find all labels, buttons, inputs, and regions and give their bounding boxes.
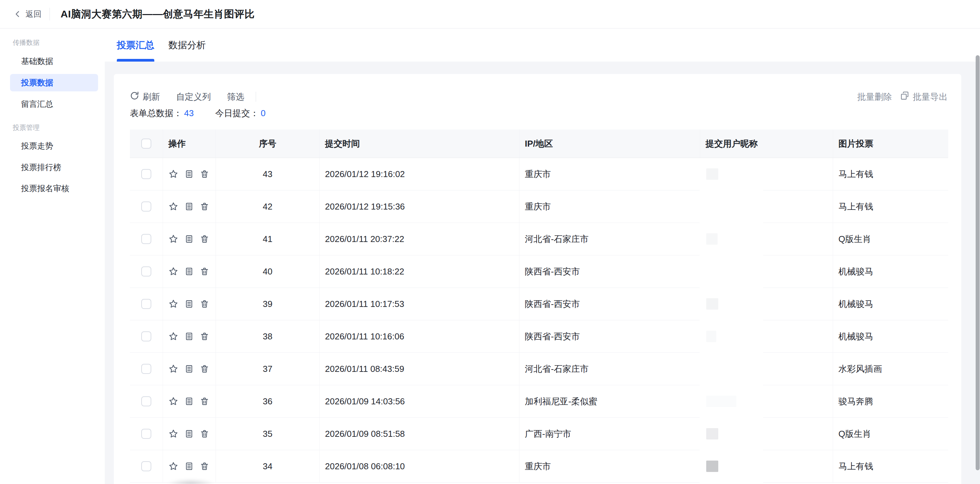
col-header-ip: IP/地区 <box>519 129 700 158</box>
trash-icon[interactable] <box>200 234 209 244</box>
header-divider <box>49 8 50 21</box>
row-ip: 陕西省-西安市 <box>519 288 700 320</box>
batch-export-label: 批量导出 <box>913 91 948 103</box>
row-checkbox[interactable] <box>141 202 151 212</box>
trash-icon[interactable] <box>200 429 209 438</box>
star-icon[interactable] <box>169 169 178 179</box>
row-vote: 水彩风插画 <box>833 353 948 385</box>
trash-icon[interactable] <box>200 332 209 341</box>
star-icon[interactable] <box>169 202 178 212</box>
trash-icon[interactable] <box>200 299 209 309</box>
tab-bar: 投票汇总 数据分析 <box>105 29 980 62</box>
trash-icon[interactable] <box>200 202 209 211</box>
redacted-nickname <box>706 331 716 342</box>
row-checkbox[interactable] <box>141 169 151 179</box>
row-checkbox[interactable] <box>141 331 151 341</box>
sidebar-item-vote-ranking[interactable]: 投票排行榜 <box>10 159 98 176</box>
stats-row: 表单总数据： 43 今日提交： 0 <box>130 107 266 119</box>
row-ip: 陕西省-西安市 <box>519 255 700 288</box>
row-seq: 42 <box>216 191 320 223</box>
row-checkbox[interactable] <box>141 396 151 406</box>
top-header: 返回 AI脑洞大赛第六期——创意马年生肖图评比 <box>0 0 980 29</box>
col-header-vote: 图片投票 <box>833 129 948 158</box>
row-actions-cell <box>163 418 216 450</box>
detail-document-icon[interactable] <box>185 202 194 211</box>
redacted-nickname <box>706 428 718 439</box>
active-tab-indicator <box>117 59 154 62</box>
table-row: 41 2026/01/11 20:37:22 河北省-石家庄市 Q版生肖 <box>130 223 948 255</box>
refresh-label: 刷新 <box>143 91 160 103</box>
detail-document-icon[interactable] <box>185 429 194 438</box>
row-actions-cell <box>163 255 216 288</box>
batch-delete-button[interactable]: 批量删除 <box>857 91 892 103</box>
row-checkbox[interactable] <box>141 299 151 309</box>
sidebar-item-message-summary[interactable]: 留言汇总 <box>10 96 98 113</box>
main-content: 投票汇总 数据分析 刷新 自定义列 筛选 <box>105 29 980 484</box>
total-value: 43 <box>184 108 194 118</box>
detail-document-icon[interactable] <box>185 234 194 244</box>
table-header-row: 操作 序号 提交时间 IP/地区 提交用户昵称 图片投票 <box>130 129 948 158</box>
row-vote: 机械骏马 <box>833 320 948 352</box>
star-icon[interactable] <box>169 461 178 471</box>
batch-export-button[interactable]: 批量导出 <box>900 91 948 103</box>
tab-vote-summary[interactable]: 投票汇总 <box>117 29 154 62</box>
back-button[interactable]: 返回 <box>13 0 41 28</box>
detail-document-icon[interactable] <box>185 169 194 179</box>
row-seq: 36 <box>216 385 320 417</box>
star-icon[interactable] <box>169 234 178 244</box>
refresh-button[interactable]: 刷新 <box>130 91 160 103</box>
row-checkbox[interactable] <box>141 234 151 244</box>
filter-button[interactable]: 筛选 <box>227 91 244 103</box>
detail-document-icon[interactable] <box>185 462 194 471</box>
sidebar-item-basic-data[interactable]: 基础数据 <box>10 53 98 70</box>
detail-document-icon[interactable] <box>185 332 194 341</box>
vertical-scrollbar-thumb[interactable] <box>976 55 980 470</box>
trash-icon[interactable] <box>200 396 209 406</box>
star-icon[interactable] <box>169 299 178 309</box>
row-checkbox-cell <box>130 288 163 320</box>
row-checkbox-cell <box>130 191 163 223</box>
detail-document-icon[interactable] <box>185 267 194 276</box>
detail-document-icon[interactable] <box>185 396 194 406</box>
star-icon[interactable] <box>169 266 178 277</box>
detail-document-icon[interactable] <box>185 299 194 309</box>
row-checkbox[interactable] <box>141 364 151 374</box>
trash-icon[interactable] <box>200 169 209 179</box>
trash-icon[interactable] <box>200 364 209 374</box>
row-actions-cell <box>163 385 216 417</box>
row-checkbox-cell <box>130 385 163 417</box>
sidebar-item-vote-signup-review[interactable]: 投票报名审核 <box>10 180 98 197</box>
row-checkbox[interactable] <box>141 266 151 277</box>
row-seq: 39 <box>216 288 320 320</box>
trash-icon[interactable] <box>200 462 209 471</box>
customize-columns-button[interactable]: 自定义列 <box>176 91 211 103</box>
star-icon[interactable] <box>169 364 178 374</box>
star-icon[interactable] <box>169 429 178 439</box>
sidebar-item-vote-trend[interactable]: 投票走势 <box>10 137 98 154</box>
col-header-ops: 操作 <box>163 129 216 158</box>
row-vote: Q版生肖 <box>833 418 948 450</box>
row-ip: 广西-南宁市 <box>519 418 700 450</box>
star-icon[interactable] <box>169 396 178 406</box>
row-actions-cell <box>163 353 216 385</box>
row-time: 2026/01/08 06:08:10 <box>320 450 519 482</box>
horizontal-scroll-shadow <box>167 479 214 484</box>
sidebar-section-vote-management: 投票管理 <box>13 123 40 132</box>
row-ip: 河北省-石家庄市 <box>519 353 700 385</box>
row-time: 2026/01/11 10:18:22 <box>320 255 519 288</box>
row-time: 2026/01/12 19:15:36 <box>320 191 519 223</box>
table-toolbar: 刷新 自定义列 筛选 批量删除 批量导出 <box>130 90 948 103</box>
row-seq: 38 <box>216 320 320 352</box>
trash-icon[interactable] <box>200 267 209 276</box>
row-ip: 陕西省-西安市 <box>519 320 700 352</box>
sidebar-section-spread-data: 传播数据 <box>13 38 40 47</box>
sidebar-item-vote-data[interactable]: 投票数据 <box>10 74 98 91</box>
row-checkbox[interactable] <box>141 429 151 439</box>
select-all-checkbox[interactable] <box>141 139 151 149</box>
row-checkbox[interactable] <box>141 461 151 471</box>
tab-data-analysis[interactable]: 数据分析 <box>169 29 206 62</box>
submissions-table: 操作 序号 提交时间 IP/地区 提交用户昵称 图片投票 <box>130 129 948 482</box>
copy-pages-icon <box>900 91 909 103</box>
star-icon[interactable] <box>169 331 178 341</box>
detail-document-icon[interactable] <box>185 364 194 374</box>
